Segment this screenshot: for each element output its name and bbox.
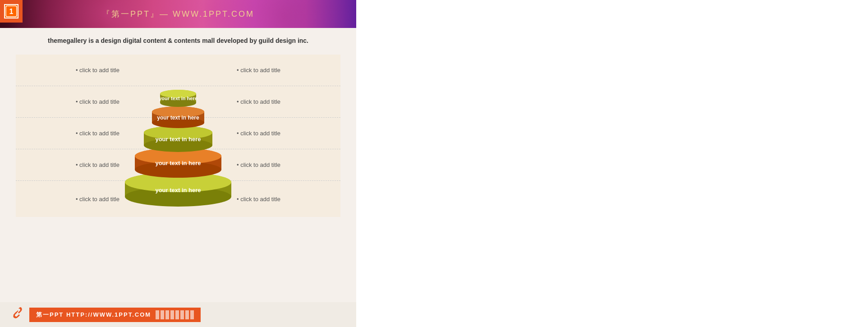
row-4-right[interactable]: • click to add title [237, 161, 336, 168]
logo-box: 1 [0, 0, 23, 23]
header-title: 『第一PPT』— WWW.1PPT.COM [102, 9, 254, 19]
svg-text:your text in here: your text in here [155, 187, 201, 193]
stripe-7 [185, 310, 189, 319]
row-3-left[interactable]: • click to add title [20, 130, 119, 137]
stripe-8 [190, 310, 194, 319]
row-2-right[interactable]: • click to add title [237, 98, 336, 105]
logo-icon: 1 [4, 4, 18, 18]
diagram-area: • click to add title • click to add titl… [16, 55, 340, 262]
footer-bar-text: 第一PPT HTTP://WWW.1PPT.COM [36, 311, 156, 319]
svg-text:your text in here: your text in here [159, 96, 197, 101]
slide-header: 1 『第一PPT』— WWW.1PPT.COM [0, 0, 356, 28]
row-4-left[interactable]: • click to add title [20, 161, 119, 168]
row-5-right[interactable]: • click to add title [237, 196, 336, 203]
stripe-6 [180, 310, 184, 319]
row-2-left[interactable]: • click to add title [20, 98, 119, 105]
footer-icon [9, 306, 23, 323]
stripe-5 [175, 310, 179, 319]
svg-line-22 [14, 311, 18, 315]
main-subtitle: themegallery is a design digital content… [14, 36, 343, 46]
stripe-1 [156, 310, 159, 319]
svg-text:your text in here: your text in here [157, 115, 199, 121]
stripe-4 [170, 310, 174, 319]
svg-text:your text in here: your text in here [155, 136, 201, 143]
svg-text:your text in here: your text in here [155, 160, 201, 166]
stripe-3 [165, 310, 169, 319]
row-1-right[interactable]: • click to add title [237, 67, 336, 74]
stripe-2 [161, 310, 164, 319]
svg-text:1: 1 [9, 8, 14, 15]
row-1-left[interactable]: • click to add title [20, 67, 119, 74]
slide-content: themegallery is a design digital content… [0, 28, 356, 267]
slide-footer: 第一PPT HTTP://WWW.1PPT.COM [0, 302, 356, 327]
right-blank-area [356, 0, 868, 327]
footer-bar: 第一PPT HTTP://WWW.1PPT.COM [29, 308, 201, 322]
row-3-right[interactable]: • click to add title [237, 130, 336, 137]
footer-bar-pattern [156, 310, 194, 319]
row-5-left[interactable]: • click to add title [20, 196, 119, 203]
pyramid-diagram: your text in here your text in here your… [119, 48, 237, 224]
slide-container: 1 『第一PPT』— WWW.1PPT.COM themegallery is … [0, 0, 356, 327]
